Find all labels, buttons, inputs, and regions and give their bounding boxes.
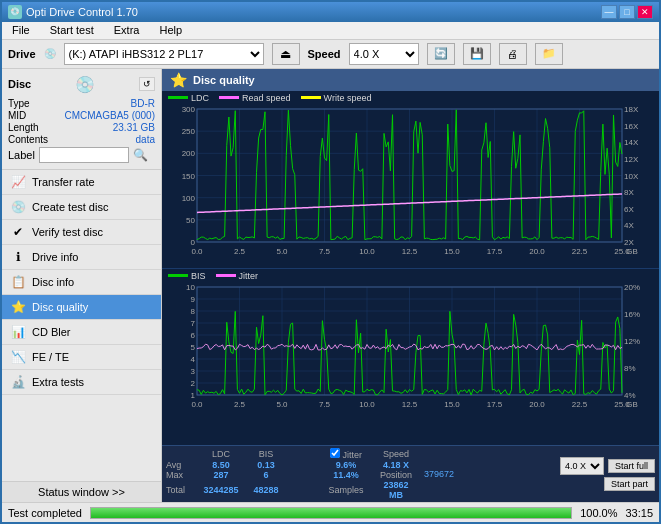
menu-bar: File Start test Extra Help <box>2 22 659 40</box>
menu-help[interactable]: Help <box>153 22 188 38</box>
total-row-label: Total <box>166 480 196 500</box>
avg-speed: 4.18 X <box>376 460 416 470</box>
top-chart-legend: LDC Read speed Write speed <box>162 91 659 105</box>
nav-cd-bler-label: CD Bler <box>32 326 71 338</box>
nav-verify-test-disc[interactable]: ✔ Verify test disc <box>2 220 161 245</box>
top-chart-canvas <box>162 105 652 260</box>
drive-icon: 💿 <box>44 48 56 59</box>
status-text: Test completed <box>8 507 82 519</box>
nav-cd-bler[interactable]: 📊 CD Bler <box>2 320 161 345</box>
nav-drive-info[interactable]: ℹ Drive info <box>2 245 161 270</box>
avg-bis: 0.13 <box>246 460 286 470</box>
bis-color <box>168 274 188 277</box>
ldc-color <box>168 96 188 99</box>
app-window: 💿 Opti Drive Control 1.70 — □ ✕ File Sta… <box>0 0 661 524</box>
ldc-col-header: LDC <box>196 448 246 460</box>
nav-disc-quality-label: Disc quality <box>32 301 88 313</box>
progress-bar-fill <box>91 508 571 518</box>
total-bis: 48288 <box>246 480 286 500</box>
toolbar-btn-3[interactable]: 🖨 <box>499 43 527 65</box>
jitter-checkbox[interactable] <box>330 448 340 458</box>
disc-contents-value: data <box>136 134 155 145</box>
nav-fe-te[interactable]: 📉 FE / TE <box>2 345 161 370</box>
nav-disc-quality[interactable]: ⭐ Disc quality <box>2 295 161 320</box>
content-header-title: Disc quality <box>193 74 255 86</box>
speed-select[interactable]: 4.0 X <box>349 43 419 65</box>
title-bar-left: 💿 Opti Drive Control 1.70 <box>8 5 138 19</box>
legend-write-speed: Write speed <box>301 93 372 103</box>
minimize-button[interactable]: — <box>601 5 617 19</box>
speed-control-select[interactable]: 4.0 X <box>560 457 604 475</box>
close-button[interactable]: ✕ <box>637 5 653 19</box>
avg-row-label: Avg <box>166 460 196 470</box>
maximize-button[interactable]: □ <box>619 5 635 19</box>
drive-select[interactable]: (K:) ATAPI iHBS312 2 PL17 <box>64 43 264 65</box>
legend-read-speed: Read speed <box>219 93 291 103</box>
verify-test-disc-icon: ✔ <box>10 224 26 240</box>
avg-jitter: 9.6% <box>316 460 376 470</box>
disc-length-value: 23.31 GB <box>113 122 155 133</box>
title-bar-controls: — □ ✕ <box>601 5 653 19</box>
top-chart-area: LDC Read speed Write speed <box>162 91 659 269</box>
disc-info-icon: 📋 <box>10 274 26 290</box>
content-header: ⭐ Disc quality <box>162 69 659 91</box>
stats-table: LDC BIS Jitter Speed Avg 8.50 0.13 <box>166 448 416 500</box>
nav-transfer-rate[interactable]: 📈 Transfer rate <box>2 170 161 195</box>
write-speed-label: Write speed <box>324 93 372 103</box>
create-test-disc-icon: 💿 <box>10 199 26 215</box>
speed-label: Speed <box>308 48 341 60</box>
speed-control-row: 4.0 X Start full <box>560 457 655 475</box>
nav-items: 📈 Transfer rate 💿 Create test disc ✔ Ver… <box>2 170 161 395</box>
transfer-rate-icon: 📈 <box>10 174 26 190</box>
eject-button[interactable]: ⏏ <box>272 43 300 65</box>
disc-mid-value: CMCMAGBA5 (000) <box>64 110 155 121</box>
toolbar-btn-2[interactable]: 💾 <box>463 43 491 65</box>
disc-length-row: Length 23.31 GB <box>8 122 155 133</box>
disc-label-input[interactable] <box>39 147 129 163</box>
bis-label: BIS <box>191 271 206 281</box>
nav-fe-te-label: FE / TE <box>32 351 69 363</box>
disc-label-row: Label 🔍 <box>8 147 155 163</box>
menu-file[interactable]: File <box>6 22 36 38</box>
max-jitter: 11.4% <box>316 470 376 480</box>
avg-ldc: 8.50 <box>196 460 246 470</box>
samples-label: Samples <box>316 480 376 500</box>
sidebar: Disc 💿 ↺ Type BD-R MID CMCMAGBA5 (000) L… <box>2 69 162 502</box>
ldc-label: LDC <box>191 93 209 103</box>
read-speed-color <box>219 96 239 99</box>
progress-bar-container <box>90 507 572 519</box>
nav-disc-info[interactable]: 📋 Disc info <box>2 270 161 295</box>
disc-mid-label: MID <box>8 110 26 121</box>
disc-label-label: Label <box>8 149 35 161</box>
app-title: Opti Drive Control 1.70 <box>26 6 138 18</box>
toolbar-btn-1[interactable]: 🔄 <box>427 43 455 65</box>
disc-icon: 💿 <box>75 75 95 94</box>
status-window-button[interactable]: Status window >> <box>2 481 161 502</box>
disc-refresh-icon[interactable]: ↺ <box>139 77 155 91</box>
start-part-button[interactable]: Start part <box>604 477 655 491</box>
write-speed-color <box>301 96 321 99</box>
disc-header: Disc 💿 ↺ <box>8 75 155 94</box>
start-full-button[interactable]: Start full <box>608 459 655 473</box>
disc-type-label: Type <box>8 98 30 109</box>
position-value: 23862 MB <box>376 480 416 500</box>
disc-title: Disc <box>8 78 31 90</box>
app-icon: 💿 <box>8 5 22 19</box>
nav-extra-tests[interactable]: 🔬 Extra tests <box>2 370 161 395</box>
jitter-color <box>216 274 236 277</box>
status-bar: Test completed 100.0% 33:15 <box>2 502 659 522</box>
disc-label-icon[interactable]: 🔍 <box>133 148 148 162</box>
fe-te-icon: 📉 <box>10 349 26 365</box>
max-bis: 6 <box>246 470 286 480</box>
menu-extra[interactable]: Extra <box>108 22 146 38</box>
menu-start-test[interactable]: Start test <box>44 22 100 38</box>
toolbar-btn-save[interactable]: 📁 <box>535 43 563 65</box>
disc-contents-label: Contents <box>8 134 48 145</box>
nav-create-test-disc[interactable]: 💿 Create test disc <box>2 195 161 220</box>
speed-col-header: Speed <box>376 448 416 460</box>
bottom-chart-canvas <box>162 283 652 413</box>
jitter-col-header: Jitter <box>343 450 363 460</box>
drive-label: Drive <box>8 48 36 60</box>
total-ldc: 3244285 <box>196 480 246 500</box>
nav-transfer-rate-label: Transfer rate <box>32 176 95 188</box>
